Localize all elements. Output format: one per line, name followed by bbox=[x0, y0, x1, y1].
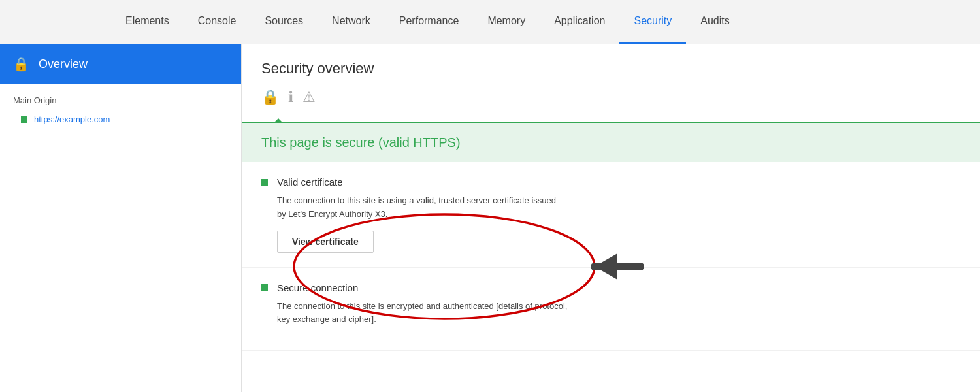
security-icons-row: 🔒 ℹ ⚠ bbox=[261, 89, 960, 106]
content-inner: Security overview 🔒 ℹ ⚠ bbox=[242, 44, 980, 122]
view-certificate-button[interactable]: View certificate bbox=[277, 231, 374, 253]
tab-audits[interactable]: Audits bbox=[686, 0, 743, 44]
conn-desc: The connection to this site is encrypted… bbox=[277, 300, 960, 327]
tab-application[interactable]: Application bbox=[540, 0, 619, 44]
tab-sources[interactable]: Sources bbox=[250, 0, 318, 44]
tab-network[interactable]: Network bbox=[318, 0, 385, 44]
cert-status-icon bbox=[261, 179, 268, 186]
secure-connection-section: Secure connection The connection to this… bbox=[242, 268, 980, 351]
main-layout: 🔒 Overview Main Origin https://example.c… bbox=[0, 44, 980, 392]
tab-elements[interactable]: Elements bbox=[111, 0, 184, 44]
valid-certificate-section: Valid certificate The connection to this… bbox=[242, 162, 980, 268]
lock-icon: 🔒 bbox=[13, 56, 29, 72]
conn-section-title: Secure connection bbox=[277, 282, 358, 293]
origin-status-icon bbox=[21, 116, 27, 123]
tab-bar: Elements Console Sources Network Perform… bbox=[0, 0, 980, 44]
tab-security[interactable]: Security bbox=[619, 0, 686, 44]
info-icon: ℹ bbox=[288, 89, 293, 106]
tab-performance[interactable]: Performance bbox=[385, 0, 474, 44]
section-header-cert: Valid certificate bbox=[261, 176, 960, 188]
banner-arrow bbox=[273, 118, 284, 123]
secure-banner-text: This page is secure (valid HTTPS) bbox=[261, 135, 461, 150]
sidebar: 🔒 Overview Main Origin https://example.c… bbox=[0, 44, 242, 392]
secure-banner: This page is secure (valid HTTPS) bbox=[242, 122, 980, 162]
sidebar-overview-item[interactable]: 🔒 Overview bbox=[0, 44, 241, 84]
warning-icon: ⚠ bbox=[302, 89, 316, 106]
cert-desc-line1: The connection to this site is using a v… bbox=[277, 194, 960, 221]
tab-console[interactable]: Console bbox=[184, 0, 251, 44]
lock-green-icon: 🔒 bbox=[261, 89, 279, 106]
tab-memory[interactable]: Memory bbox=[473, 0, 540, 44]
main-origin-label: Main Origin bbox=[0, 84, 241, 110]
conn-status-icon bbox=[261, 284, 268, 291]
origin-url-item[interactable]: https://example.com bbox=[0, 110, 241, 128]
section-header-conn: Secure connection bbox=[261, 282, 960, 293]
cert-section-title: Valid certificate bbox=[277, 176, 343, 188]
overview-label: Overview bbox=[39, 57, 88, 71]
content-area: Security overview 🔒 ℹ ⚠ This page is sec… bbox=[242, 44, 980, 392]
page-title: Security overview bbox=[261, 60, 960, 77]
origin-url: https://example.com bbox=[34, 114, 110, 124]
